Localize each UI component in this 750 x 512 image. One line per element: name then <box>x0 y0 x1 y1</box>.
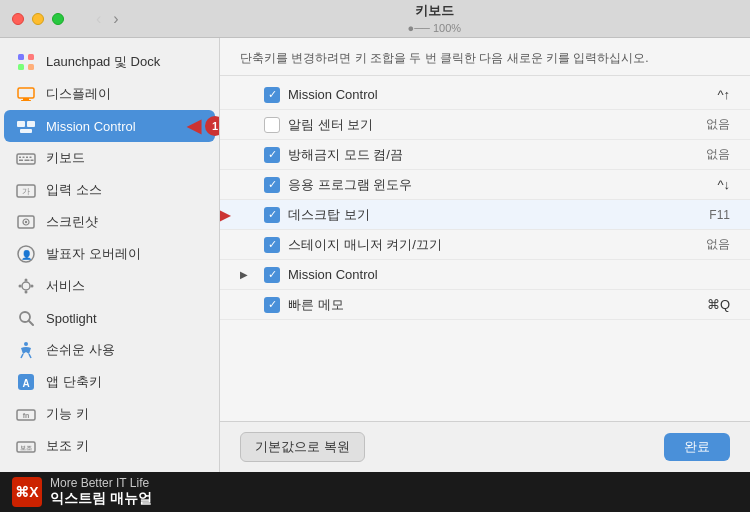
svg-rect-16 <box>25 160 30 162</box>
table-row[interactable]: 알림 센터 보기 없음 <box>220 110 750 140</box>
done-button[interactable]: 완료 <box>664 433 730 461</box>
table-row[interactable]: ✓ 스테이지 매니저 켜기/끄기 없음 <box>220 230 750 260</box>
minimize-button[interactable] <box>32 13 44 25</box>
sidebar-item-label: 입력 소스 <box>46 181 102 199</box>
sidebar-item-label: Spotlight <box>46 311 97 326</box>
sidebar-item-launchpad[interactable]: Launchpad 및 Dock <box>4 46 215 78</box>
row-label: 방해금지 모드 켬/끔 <box>288 146 698 164</box>
app-shortcuts-icon: A <box>16 372 36 392</box>
titlebar: ‹ › 키보드 ●── 100% <box>0 0 750 38</box>
arrow-left-1: ◀ <box>187 115 201 137</box>
svg-text:보조: 보조 <box>20 445 32 451</box>
row-shortcut: 없음 <box>706 236 730 253</box>
checkbox[interactable]: ✓ <box>264 87 280 103</box>
row-label: 스테이지 매니저 켜기/끄기 <box>288 236 698 254</box>
sidebar-item-label: Mission Control <box>46 119 136 134</box>
sidebar-item-label: 서비스 <box>46 277 85 295</box>
checkbox[interactable]: ✓ <box>264 177 280 193</box>
row-shortcut: ⌘Q <box>707 297 730 312</box>
sidebar-item-label: 발표자 오버레이 <box>46 245 141 263</box>
svg-rect-5 <box>23 98 29 100</box>
brand-name: 익스트림 매뉴얼 <box>50 490 152 508</box>
checkbox[interactable]: ✓ <box>264 267 280 283</box>
sidebar-item-label: 기능 키 <box>46 405 89 423</box>
sidebar-item-input[interactable]: 가 입력 소스 <box>4 174 215 206</box>
bottom-bar: 기본값으로 복원 완료 <box>220 421 750 472</box>
sidebar-item-spotlight[interactable]: Spotlight <box>4 302 215 334</box>
table-row[interactable]: ▶ ✓ Mission Control <box>220 260 750 290</box>
table-row[interactable]: ✓ Mission Control ^↑ <box>220 80 750 110</box>
forward-button[interactable]: › <box>109 10 122 28</box>
checkbox[interactable]: ✓ <box>264 297 280 313</box>
checkbox-checked-icon: ✓ <box>264 177 280 193</box>
table-row[interactable]: ✓ 빠른 메모 ⌘Q <box>220 290 750 320</box>
table-row[interactable]: ✓ 방해금지 모드 켬/끔 없음 <box>220 140 750 170</box>
sidebar-item-screenshot[interactable]: 스크린샷 <box>4 206 215 238</box>
back-button[interactable]: ‹ <box>92 10 105 28</box>
row-label: 알림 센터 보기 <box>288 116 698 134</box>
svg-text:가: 가 <box>22 187 30 196</box>
svg-line-31 <box>29 321 33 325</box>
sidebar-item-mission-control[interactable]: Mission Control ◀ 1 <box>4 110 215 142</box>
launchpad-icon <box>16 52 36 72</box>
boost-icon: 보조 <box>16 436 36 456</box>
sidebar-item-speaker[interactable]: 👤 발표자 오버레이 <box>4 238 215 270</box>
svg-rect-13 <box>26 157 28 159</box>
svg-rect-15 <box>19 160 23 162</box>
restore-defaults-button[interactable]: 기본값으로 복원 <box>240 432 365 462</box>
sidebar-item-app-shortcuts[interactable]: A 앱 단축키 <box>4 366 215 398</box>
sidebar-item-keyboard[interactable]: 키보드 <box>4 142 215 174</box>
svg-point-28 <box>19 285 22 288</box>
mission-control-icon <box>16 116 36 136</box>
checkbox[interactable] <box>264 117 280 133</box>
svg-rect-7 <box>17 121 25 127</box>
close-button[interactable] <box>12 13 24 25</box>
sidebar-item-boost[interactable]: 보조 보조 키 <box>4 430 215 462</box>
checkbox[interactable]: ✓ <box>264 237 280 253</box>
title-text: 키보드 <box>415 3 454 18</box>
fullscreen-button[interactable] <box>52 13 64 25</box>
svg-rect-11 <box>19 157 21 159</box>
checkbox-checked-icon: ✓ <box>264 237 280 253</box>
brand-logo: ⌘X <box>12 477 42 507</box>
fn-icon: fn <box>16 404 36 424</box>
sidebar-item-label: 보조 키 <box>46 437 89 455</box>
keyboard-icon <box>16 148 36 168</box>
display-icon <box>16 84 36 104</box>
window-title: 키보드 ●── 100% <box>131 2 738 35</box>
checkbox-unchecked-icon <box>264 117 280 133</box>
row-label: 데스크탑 보기 <box>288 206 701 224</box>
sidebar-item-fn[interactable]: fn 기능 키 <box>4 398 215 430</box>
row-shortcut: ^↓ <box>717 177 730 192</box>
expand-icon[interactable]: ▶ <box>240 269 254 280</box>
brand-info: More Better IT Life 익스트림 매뉴얼 <box>50 476 152 508</box>
sidebar-item-services[interactable]: 서비스 <box>4 270 215 302</box>
svg-rect-10 <box>17 154 35 164</box>
svg-rect-12 <box>23 157 25 159</box>
svg-point-25 <box>22 282 30 290</box>
checkbox[interactable]: ✓ <box>264 207 280 223</box>
title-subtitle: ●── 100% <box>408 22 461 34</box>
spotlight-icon <box>16 308 36 328</box>
svg-point-27 <box>25 291 28 294</box>
row-label: 빠른 메모 <box>288 296 699 314</box>
detail-header: 단축키를 변경하려면 키 조합을 두 번 클릭한 다음 새로운 키를 입력하십시… <box>220 38 750 76</box>
table-row[interactable]: 2 ▶ ✓ 데스크탑 보기 F11 <box>220 200 750 230</box>
svg-text:👤: 👤 <box>21 249 33 261</box>
svg-rect-9 <box>20 129 32 133</box>
svg-point-22 <box>25 221 27 223</box>
speaker-icon: 👤 <box>16 244 36 264</box>
brand-tagline: More Better IT Life <box>50 476 152 490</box>
sidebar-item-label: 키보드 <box>46 149 85 167</box>
row-shortcut: 없음 <box>706 146 730 163</box>
svg-point-26 <box>25 279 28 282</box>
row-label: Mission Control <box>288 87 709 102</box>
annotation-badge-1: 1 <box>205 116 220 136</box>
table-row[interactable]: ✓ 응용 프로그램 윈도우 ^↓ <box>220 170 750 200</box>
header-description: 단축키를 변경하려면 키 조합을 두 번 클릭한 다음 새로운 키를 입력하십시… <box>240 51 649 65</box>
sidebar-item-display[interactable]: 디스플레이 <box>4 78 215 110</box>
input-icon: 가 <box>16 180 36 200</box>
sidebar-item-accessibility[interactable]: 손쉬운 사용 <box>4 334 215 366</box>
checkbox[interactable]: ✓ <box>264 147 280 163</box>
checkbox-checked-icon: ✓ <box>264 147 280 163</box>
